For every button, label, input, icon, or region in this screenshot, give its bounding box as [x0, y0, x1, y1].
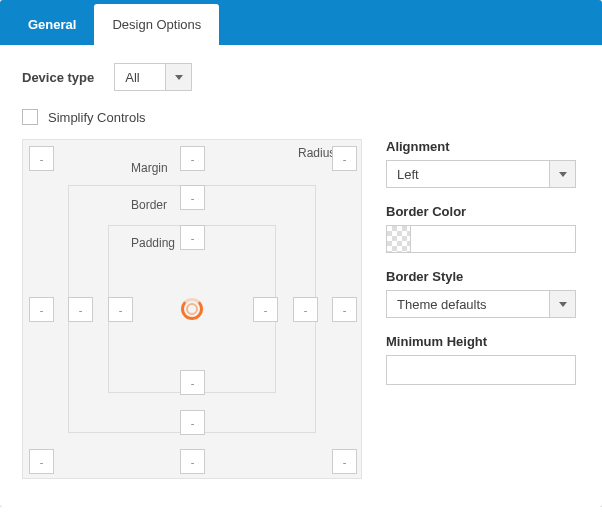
alignment-select[interactable]: Left — [386, 160, 576, 188]
content-area: Device type All Simplify Controls Radius… — [0, 45, 602, 507]
device-type-value: All — [115, 70, 165, 85]
min-height-label: Minimum Height — [386, 334, 580, 349]
tab-design-options[interactable]: Design Options — [94, 4, 219, 45]
border-color-input[interactable] — [386, 225, 576, 253]
chevron-down-icon — [549, 291, 575, 317]
margin-bottom-input[interactable]: - — [180, 449, 205, 474]
border-style-select[interactable]: Theme defaults — [386, 290, 576, 318]
border-label: Border — [131, 198, 167, 212]
side-fields: Alignment Left Border Color Border — [386, 139, 580, 479]
margin-right-input[interactable]: - — [332, 297, 357, 322]
box-model-editor: Radius Margin - - - - - - - - Border - -… — [22, 139, 362, 479]
simplify-controls-checkbox[interactable] — [22, 109, 38, 125]
padding-top-input[interactable]: - — [180, 225, 205, 250]
radius-tl-input[interactable]: - — [29, 146, 54, 171]
radius-bl-input[interactable]: - — [29, 449, 54, 474]
border-style-label: Border Style — [386, 269, 580, 284]
min-height-input[interactable] — [386, 355, 576, 385]
alignment-value: Left — [387, 167, 549, 182]
border-right-input[interactable]: - — [293, 297, 318, 322]
border-bottom-input[interactable]: - — [180, 410, 205, 435]
border-top-input[interactable]: - — [180, 185, 205, 210]
tab-bar: General Design Options — [0, 0, 602, 45]
radius-br-input[interactable]: - — [332, 449, 357, 474]
device-type-select[interactable]: All — [114, 63, 192, 91]
loading-spinner-icon — [181, 298, 203, 320]
padding-right-input[interactable]: - — [253, 297, 278, 322]
settings-panel: General Design Options Device type All S… — [0, 0, 602, 507]
padding-label: Padding — [131, 236, 175, 250]
border-color-label: Border Color — [386, 204, 580, 219]
transparent-swatch-icon — [387, 226, 411, 252]
device-type-label: Device type — [22, 70, 94, 85]
alignment-label: Alignment — [386, 139, 580, 154]
simplify-controls-label: Simplify Controls — [48, 110, 146, 125]
chevron-down-icon — [165, 64, 191, 90]
border-left-input[interactable]: - — [68, 297, 93, 322]
radius-tr-input[interactable]: - — [332, 146, 357, 171]
padding-left-input[interactable]: - — [108, 297, 133, 322]
margin-label: Margin — [131, 161, 168, 175]
radius-label: Radius — [298, 146, 335, 160]
margin-left-input[interactable]: - — [29, 297, 54, 322]
border-style-value: Theme defaults — [387, 297, 549, 312]
padding-bottom-input[interactable]: - — [180, 370, 205, 395]
tab-general[interactable]: General — [10, 4, 94, 45]
margin-top-input[interactable]: - — [180, 146, 205, 171]
chevron-down-icon — [549, 161, 575, 187]
